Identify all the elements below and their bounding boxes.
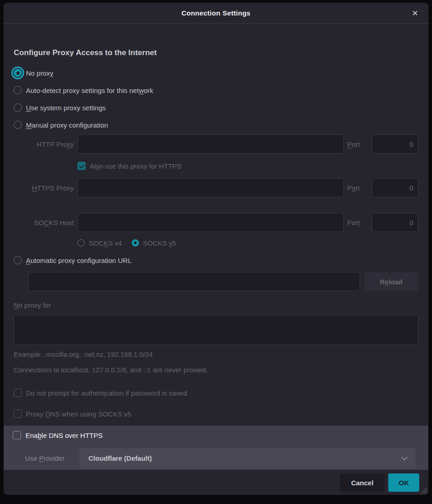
reload-button: Reload [364, 272, 418, 291]
radio-icon [77, 239, 85, 247]
radio-no-proxy-label: No proxy [26, 69, 53, 77]
radio-auto-detect[interactable]: Auto-detect proxy settings for this netw… [14, 82, 418, 99]
enable-doh-label: Enable DNS over HTTPS [26, 432, 103, 439]
http-proxy-input [77, 134, 344, 154]
auto-url-row: Reload [28, 272, 418, 291]
radio-auto-url-label: Automatic proxy configuration URL [26, 257, 132, 264]
dialog-titlebar: Connection Settings ✕ [4, 3, 428, 24]
http-port-label: Port [347, 140, 368, 148]
checkbox-icon [14, 410, 22, 418]
ok-button[interactable]: OK [388, 473, 419, 492]
https-proxy-row: HTTPS Proxy Port [14, 178, 418, 197]
radio-icon [14, 86, 22, 94]
http-proxy-label: HTTP Proxy [14, 140, 74, 148]
radio-no-proxy[interactable]: No proxy [14, 64, 418, 82]
close-icon[interactable]: ✕ [408, 7, 422, 19]
radio-checked-icon [132, 239, 139, 247]
checkbox-also-https: Also use this proxy for HTTPS [77, 161, 418, 170]
no-proxy-for-textarea [14, 315, 418, 345]
radio-auto-detect-label: Auto-detect proxy settings for this netw… [26, 87, 153, 94]
radio-icon [14, 256, 22, 264]
auto-url-input [28, 272, 360, 291]
radio-checked-icon [14, 69, 22, 77]
checkbox-icon [14, 389, 22, 397]
dialog-footer: Cancel OK [340, 473, 419, 492]
http-port-input [372, 134, 418, 154]
checkbox-enable-doh[interactable]: Enable DNS over HTTPS [13, 431, 419, 440]
socks-v5-label: SOCKS v5 [143, 239, 176, 247]
socks-port-label: Port [347, 219, 368, 226]
socks-host-row: SOCKS Host Port [14, 213, 418, 232]
radio-manual-config[interactable]: Manual proxy configuration [14, 116, 418, 134]
also-https-row: Also use this proxy for HTTPS [14, 161, 418, 170]
doh-provider-row: Use Provider Cloudflare (Default) [13, 448, 419, 468]
no-auth-prompt-label: Do not prompt for authentication if pass… [26, 389, 187, 397]
section-heading: Configure Proxy Access to the Internet [14, 24, 418, 58]
radio-use-system[interactable]: Use system proxy settings [14, 99, 418, 116]
radio-icon [14, 121, 22, 129]
use-provider-label: Use Provider [25, 454, 79, 462]
doh-provider-selected-value: Cloudflare (Default) [88, 454, 152, 462]
socks-v4-label: SOCKS v4 [89, 239, 122, 247]
checkbox-proxy-dns: Proxy DNS when using SOCKS v5 [14, 409, 418, 418]
localhost-note-text: Connections to localhost, 127.0.0.1/8, a… [14, 366, 418, 374]
proxy-dns-label: Proxy DNS when using SOCKS v5 [26, 410, 131, 418]
dialog-title: Connection Settings [181, 9, 251, 17]
checkbox-icon [13, 431, 21, 439]
doh-highlight-section: Enable DNS over HTTPS Use Provider Cloud… [4, 426, 428, 470]
chevron-down-icon [401, 454, 407, 460]
https-proxy-input [77, 178, 344, 197]
radio-icon [14, 103, 22, 112]
https-proxy-label: HTTPS Proxy [14, 184, 74, 192]
no-proxy-for-label: No proxy for [14, 301, 418, 310]
socks-port-input [372, 213, 418, 232]
socks-host-input [77, 213, 344, 232]
radio-use-system-label: Use system proxy settings [26, 104, 106, 112]
no-proxy-example-text: Example: .mozilla.org, .net.nz, 192.168.… [14, 350, 418, 359]
doh-provider-select[interactable]: Cloudflare (Default) [79, 448, 416, 468]
https-port-input [372, 178, 418, 197]
socks-version-row: SOCKS v4 SOCKS v5 [14, 238, 418, 247]
checkbox-checked-icon [77, 162, 86, 170]
connection-settings-dialog: Connection Settings ✕ Configure Proxy Ac… [4, 3, 428, 495]
radio-auto-url[interactable]: Automatic proxy configuration URL [14, 256, 418, 265]
http-proxy-row: HTTP Proxy Port [14, 134, 418, 154]
cancel-button[interactable]: Cancel [340, 473, 385, 492]
socks-host-label: SOCKS Host [14, 219, 74, 226]
radio-manual-config-label: Manual proxy configuration [26, 121, 108, 129]
also-https-label: Also use this proxy for HTTPS [90, 162, 181, 170]
dialog-content: Configure Proxy Access to the Internet N… [4, 24, 428, 494]
checkbox-no-auth-prompt: Do not prompt for authentication if pass… [14, 388, 418, 397]
https-port-label: Port [347, 184, 368, 192]
